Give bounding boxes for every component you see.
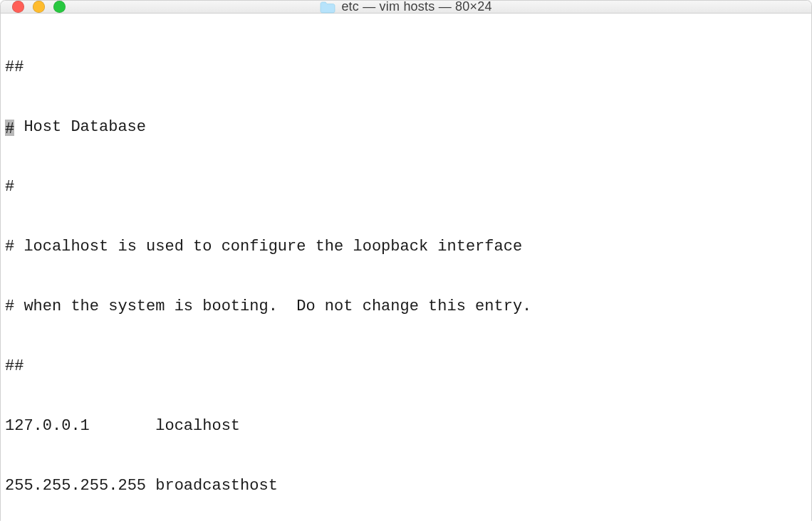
file-line: #	[5, 177, 807, 197]
file-line: # Host Database	[5, 117, 807, 137]
terminal-window: etc — vim hosts — 80×24 ## # Host Databa…	[0, 0, 812, 521]
file-line: # localhost is used to configure the loo…	[5, 237, 807, 257]
terminal-viewport[interactable]: ## # Host Database # # localhost is used…	[1, 14, 811, 521]
minimize-icon[interactable]	[33, 1, 45, 13]
window-controls	[1, 1, 66, 13]
close-icon[interactable]	[12, 1, 24, 13]
file-line: ##	[5, 58, 807, 78]
file-line: ##	[5, 357, 807, 377]
file-line: # when the system is booting. Do not cha…	[5, 297, 807, 317]
zoom-icon[interactable]	[53, 1, 66, 13]
window-title-container: etc — vim hosts — 80×24	[1, 0, 811, 14]
window-title: etc — vim hosts — 80×24	[341, 0, 491, 14]
file-line-text: Host Database	[14, 118, 146, 136]
file-line: 127.0.0.1 localhost	[5, 416, 807, 436]
window-titlebar[interactable]: etc — vim hosts — 80×24	[1, 1, 811, 14]
file-line: 255.255.255.255 broadcasthost	[5, 476, 807, 496]
folder-icon	[320, 1, 335, 14]
text-cursor: #	[5, 120, 14, 136]
